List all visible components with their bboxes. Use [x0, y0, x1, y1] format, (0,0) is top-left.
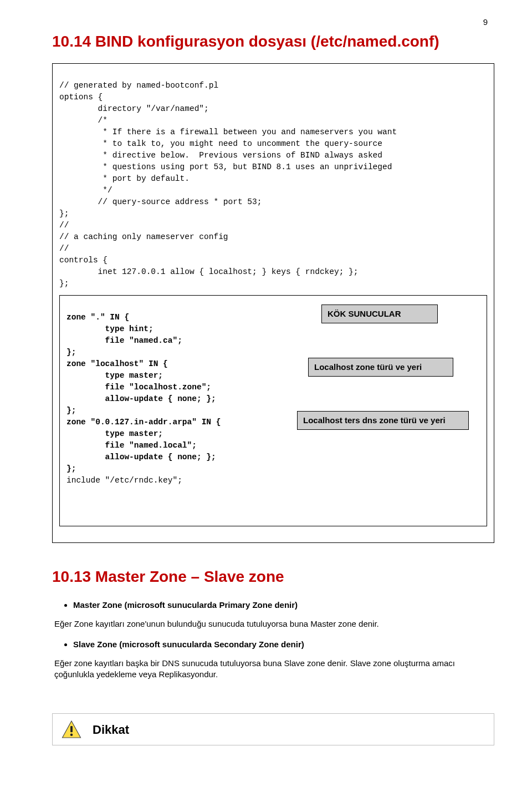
paragraph-slave-zone: Eğer zone kayıtları başka bir DNS sunucu…	[54, 658, 494, 681]
attention-label: Dikkat	[93, 722, 129, 738]
bullet-master-zone: Master Zone (microsoft sunucularda Prima…	[73, 600, 494, 611]
attention-box: Dikkat	[52, 713, 494, 745]
code-top-text: // generated by named-bootconf.pl option…	[59, 81, 397, 288]
heading-2: 10.13 Master Zone – Slave zone	[52, 566, 494, 587]
callout-localhost-zone: Localhost zone türü ve yeri	[308, 358, 453, 377]
svg-point-2	[70, 734, 73, 737]
bullet-list-1: Master Zone (microsoft sunucularda Prima…	[73, 600, 494, 611]
bullet-slave-zone: Slave Zone (microsoft sunucularda Second…	[73, 639, 494, 650]
svg-rect-1	[70, 726, 73, 732]
page-number: 9	[483, 17, 488, 28]
code-inner-text: zone "." IN { type hint; file "named.ca"…	[66, 313, 221, 485]
bullet-list-2: Slave Zone (microsoft sunucularda Second…	[73, 639, 494, 650]
heading-1: 10.14 BIND konfigurasyon dosyası (/etc/n…	[52, 31, 494, 52]
paragraph-master-zone: Eğer Zone kayıtları zone'unun bulunduğu …	[54, 618, 494, 630]
callout-localhost-reverse: Localhost ters dns zone türü ve yeri	[297, 411, 469, 430]
code-block-outer: // generated by named-bootconf.pl option…	[52, 63, 494, 544]
warning-icon	[62, 719, 81, 739]
code-block-inner: zone "." IN { type hint; file "named.ca"…	[59, 295, 487, 526]
callout-root-servers: KÖK SUNUCULAR	[321, 304, 438, 323]
